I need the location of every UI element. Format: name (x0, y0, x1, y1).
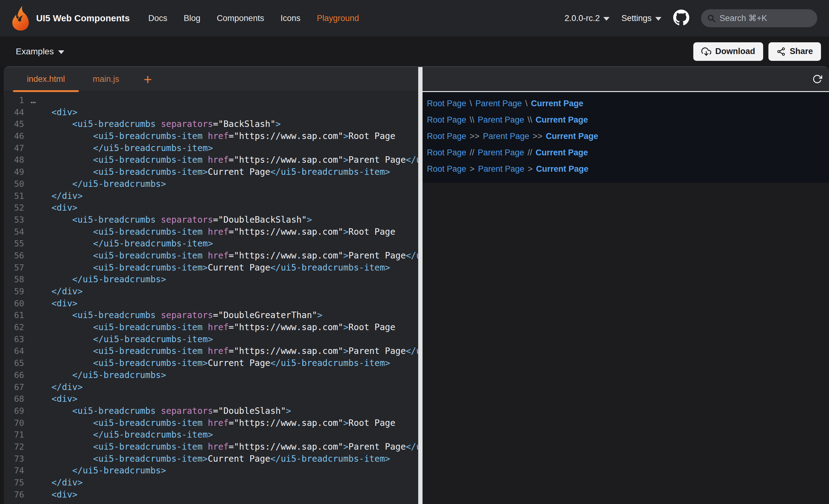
settings-label: Settings (621, 13, 652, 23)
breadcrumb-current: Current Page (531, 99, 584, 108)
breadcrumb-link[interactable]: Root Page (427, 148, 466, 157)
preview-toolbar (423, 67, 829, 92)
download-button[interactable]: Download (693, 42, 763, 61)
editor-tab-index.html[interactable]: index.html (13, 67, 79, 91)
breadcrumb-link[interactable]: Parent Page (478, 164, 524, 174)
breadcrumb-separator: \ (470, 99, 472, 108)
code-line: 67 </div> (4, 381, 418, 393)
line-number: 62 (4, 321, 24, 334)
line-content: <ui5-breadcrumbs separators="DoubleGreat… (31, 310, 322, 320)
line-number: 63 (4, 334, 24, 346)
line-number: 45 (4, 118, 24, 130)
add-tab-button[interactable]: + (141, 67, 154, 91)
code-line: 74 </ui5-breadcrumbs> (4, 465, 418, 477)
line-number: 60 (4, 298, 24, 310)
code-line: 65 <ui5-breadcrumbs-item>Current Page</u… (4, 357, 418, 370)
code-line: 53 <ui5-breadcrumbs separators="DoubleBa… (4, 214, 418, 226)
code-area[interactable]: 1…44 <div>45 <ui5-breadcrumbs separators… (4, 92, 418, 504)
nav-item-icons[interactable]: Icons (280, 13, 300, 23)
line-number: 69 (4, 405, 24, 417)
settings-dropdown[interactable]: Settings (621, 13, 661, 23)
line-number: 46 (4, 130, 24, 142)
code-line: 49 <ui5-breadcrumbs-item>Current Page</u… (4, 166, 418, 178)
breadcrumb-separator: >> (533, 131, 542, 141)
line-content: </ui5-breadcrumbs-item> (31, 430, 213, 440)
code-line: 54 <ui5-breadcrumbs-item href="https://w… (4, 226, 418, 238)
line-content: <div> (31, 107, 78, 117)
nav-item-components[interactable]: Components (217, 13, 264, 23)
line-content: </ui5-breadcrumbs-item> (31, 143, 213, 153)
nav-item-playground[interactable]: Playground (317, 13, 359, 23)
top-header: UI5 Web Components Docs Blog Components … (0, 0, 829, 36)
search-input[interactable] (720, 13, 829, 23)
examples-dropdown[interactable]: Examples (16, 47, 64, 56)
search-icon (707, 13, 716, 23)
line-content: </ui5-breadcrumbs-item> (31, 238, 213, 248)
code-line: 66 </ui5-breadcrumbs> (4, 370, 418, 381)
breadcrumb-link[interactable]: Parent Page (478, 115, 524, 125)
code-line: 46 <ui5-breadcrumbs-item href="https://w… (4, 130, 418, 142)
version-label: 2.0.0-rc.2 (565, 13, 600, 23)
breadcrumb-current: Current Page (546, 131, 599, 141)
line-number: 58 (4, 274, 24, 286)
line-number: 65 (4, 357, 24, 370)
breadcrumb-link[interactable]: Root Page (427, 131, 466, 141)
breadcrumb-link[interactable]: Parent Page (475, 99, 522, 108)
share-icon (777, 47, 786, 56)
code-line: 1… (4, 94, 418, 107)
line-number: 47 (4, 142, 24, 154)
brand-link[interactable]: UI5 Web Components (12, 5, 130, 31)
code-line: 61 <ui5-breadcrumbs separators="DoubleGr… (4, 309, 418, 321)
refresh-button[interactable] (812, 74, 822, 84)
line-number: 61 (4, 309, 24, 321)
preview-empty-area (423, 183, 829, 504)
breadcrumb-link[interactable]: Root Page (427, 115, 466, 125)
breadcrumb-link[interactable]: Parent Page (478, 148, 524, 157)
main-nav: Docs Blog Components Icons Playground (148, 13, 359, 23)
line-content: <ui5-breadcrumbs separators="DoubleSlash… (31, 406, 291, 416)
chevron-down-icon (655, 17, 661, 21)
brand-title: UI5 Web Components (36, 13, 130, 24)
line-number: 74 (4, 465, 24, 477)
nav-item-blog[interactable]: Blog (184, 13, 200, 23)
github-icon (673, 9, 689, 27)
share-button[interactable]: Share (768, 42, 821, 61)
breadcrumb-row: Root Page\Parent Page\Current Page (427, 99, 829, 108)
version-dropdown[interactable]: 2.0.0-rc.2 (565, 13, 610, 23)
github-link[interactable] (673, 9, 689, 27)
line-content: <ui5-breadcrumbs-item href="https://www.… (31, 418, 395, 428)
code-line: 72 <ui5-breadcrumbs-item href="https://w… (4, 441, 418, 453)
breadcrumb-row: Root Page>Parent Page>Current Page (427, 164, 829, 174)
nav-item-docs[interactable]: Docs (148, 13, 168, 23)
editor-tab-main.js[interactable]: main.js (79, 67, 133, 91)
line-content: </ui5-breadcrumbs> (31, 274, 166, 284)
line-content: <div> (31, 203, 78, 213)
breadcrumb-link[interactable]: Root Page (427, 164, 466, 174)
line-number: 71 (4, 429, 24, 441)
breadcrumb-separator: // (528, 148, 532, 157)
line-number: 68 (4, 393, 24, 405)
code-line: 75 </div> (4, 477, 418, 489)
editor-tabs: index.htmlmain.js (13, 67, 133, 91)
search-box[interactable] (701, 9, 817, 27)
code-line: 58 </ui5-breadcrumbs> (4, 274, 418, 286)
breadcrumb-row: Root Page//Parent Page//Current Page (427, 148, 829, 157)
line-content: <div> (31, 298, 78, 309)
code-line: 68 <div> (4, 393, 418, 405)
breadcrumb-current: Current Page (536, 115, 588, 125)
chevron-down-icon (603, 17, 610, 21)
line-content: <ui5-breadcrumbs-item href="https://www.… (31, 322, 395, 332)
breadcrumb-link[interactable]: Root Page (427, 99, 466, 108)
line-content: </div> (31, 286, 83, 297)
line-number: 52 (4, 202, 24, 214)
line-number: 48 (4, 154, 24, 166)
line-content: <ui5-breadcrumbs-item>Current Page</ui5-… (31, 358, 390, 368)
line-content: <ui5-breadcrumbs-item href="https://www.… (31, 155, 418, 165)
line-number: 59 (4, 286, 24, 298)
code-line: 73 <ui5-breadcrumbs-item>Current Page</u… (4, 453, 418, 465)
line-number: 66 (4, 370, 24, 381)
splitter-handle[interactable] (418, 67, 423, 504)
line-number: 55 (4, 238, 24, 250)
breadcrumb-link[interactable]: Parent Page (483, 131, 529, 141)
code-line: 48 <ui5-breadcrumbs-item href="https://w… (4, 154, 418, 166)
